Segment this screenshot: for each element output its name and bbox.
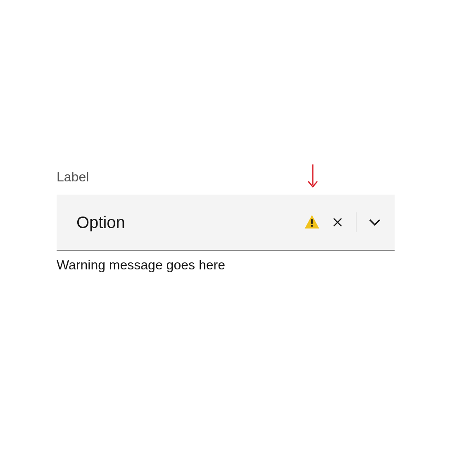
close-icon (331, 216, 344, 228)
clear-button[interactable] (328, 212, 347, 232)
warning-icon (302, 212, 322, 232)
helper-text: Warning message goes here (57, 257, 395, 273)
chevron-down-icon (367, 214, 383, 230)
dropdown-toggle-button[interactable] (365, 212, 385, 232)
dropdown-selected-value: Option (76, 213, 302, 232)
dropdown-field[interactable]: Option (57, 195, 395, 251)
svg-rect-1 (311, 219, 313, 224)
divider (356, 212, 357, 232)
svg-rect-2 (311, 225, 313, 227)
field-label: Label (57, 169, 395, 185)
